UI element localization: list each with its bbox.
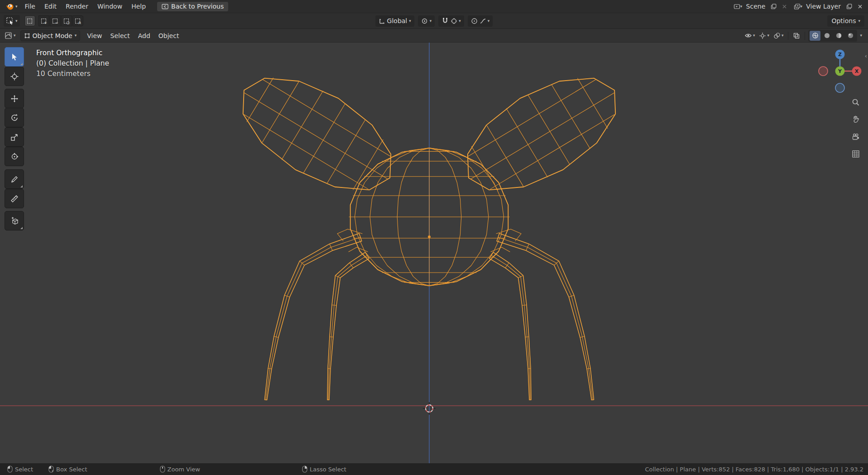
duplicate-icon (771, 4, 777, 10)
tool-rotate-button[interactable] (5, 108, 24, 127)
select-set-icon (27, 19, 32, 24)
menu-file[interactable]: File (20, 0, 40, 13)
rotate-icon (10, 113, 19, 122)
shading-rendered-button[interactable] (845, 31, 856, 41)
shading-options-dropdown[interactable]: ▾ (858, 30, 863, 41)
toggle-orthographic-button[interactable] (849, 148, 862, 160)
tool-add-cube-button[interactable] (5, 211, 24, 230)
show-overlays-dropdown[interactable]: ▾ (772, 30, 785, 41)
menu-help[interactable]: Help (127, 0, 150, 13)
grid-icon (852, 150, 860, 158)
tool-transform-button[interactable] (5, 147, 24, 166)
browse-view-layer-button[interactable]: ▾ (793, 2, 802, 11)
proportional-edit-toggle[interactable] (471, 18, 478, 24)
3d-viewport-region: ▾ Object Mode ▾ View Select Add Object ▾ (0, 29, 868, 463)
snap-toggle-button[interactable] (441, 17, 449, 24)
blender-app-menu-button[interactable]: ▾ (3, 0, 20, 13)
tool-scale-button[interactable] (5, 127, 24, 147)
tool-submenu-indicator (20, 227, 23, 229)
mouse-left-drag-icon (48, 465, 54, 473)
camera-view-button[interactable] (849, 130, 862, 143)
chevron-down-icon: ▾ (488, 19, 490, 23)
select-cursor-icon (10, 53, 19, 62)
mode-dropdown[interactable]: Object Mode ▾ (20, 30, 81, 41)
gizmo-icon (759, 32, 766, 39)
solid-shading-icon (824, 32, 830, 39)
options-dropdown[interactable]: Options ▾ (827, 15, 864, 27)
tool-measure-button[interactable] (5, 189, 24, 208)
tool-move-button[interactable] (5, 89, 24, 108)
tool-settings-bar: ▾ + − ○ ∩ Global ▾ ▾ (0, 13, 868, 29)
snap-controls: ▾ (438, 15, 464, 27)
navigation-gizmo[interactable]: Z X Y (817, 48, 863, 94)
tool-submenu-indicator (20, 63, 23, 65)
menu-view[interactable]: View (83, 29, 106, 42)
pan-view-button[interactable] (849, 113, 862, 125)
menu-add[interactable]: Add (134, 29, 154, 42)
orientation-label: Global (387, 17, 408, 24)
transform-orientation-dropdown[interactable]: Global ▾ (375, 15, 414, 27)
pivot-point-icon (421, 18, 428, 24)
keymap-hint-box-select: Box Select (48, 465, 87, 473)
new-scene-button[interactable] (769, 2, 778, 11)
snap-settings-dropdown[interactable]: ▾ (451, 18, 461, 24)
select-mode-group: + − ○ ∩ (24, 15, 83, 26)
menu-window[interactable]: Window (93, 0, 127, 13)
menu-select[interactable]: Select (106, 29, 134, 42)
delete-scene-button[interactable] (780, 2, 789, 11)
select-mode-subtract-button[interactable]: − (50, 15, 61, 26)
rendered-shading-icon (847, 32, 854, 39)
zoom-view-button[interactable] (849, 96, 862, 108)
browse-scene-button[interactable]: ▾ (734, 2, 743, 11)
measure-icon (10, 194, 19, 203)
scene-name-field[interactable]: Scene (744, 3, 767, 10)
tool-annotate-button[interactable] (5, 169, 24, 189)
close-icon (858, 4, 863, 9)
tool-select-box-button[interactable] (5, 47, 24, 67)
show-gizmo-dropdown[interactable]: ▾ (758, 30, 771, 41)
select-mode-set-button[interactable] (24, 15, 35, 26)
tool-cursor-button[interactable] (5, 67, 24, 86)
chevron-down-icon: ▾ (767, 34, 769, 38)
remove-view-layer-button[interactable] (855, 2, 864, 11)
view-layer-name-field[interactable]: View Layer (804, 3, 843, 10)
select-mode-extend-button[interactable]: + (38, 15, 49, 26)
pivot-point-dropdown[interactable]: ▾ (418, 15, 435, 27)
viewport-header-right: ▾ ▾ ▾ (743, 30, 865, 42)
menu-render[interactable]: Render (61, 0, 93, 13)
menu-object[interactable]: Object (154, 29, 183, 42)
gizmo-x-negative-ball[interactable] (819, 67, 828, 76)
select-intersect-icon: ∩ (75, 19, 80, 24)
transform-icon (10, 152, 19, 161)
editor-type-dropdown[interactable]: ▾ (3, 30, 18, 41)
3d-cursor-icon (10, 72, 19, 81)
chevron-down-icon: ▾ (459, 19, 461, 23)
gizmo-z-negative-ball[interactable] (835, 83, 844, 92)
chevron-down-icon: ▾ (15, 19, 18, 23)
shading-wireframe-button[interactable] (810, 31, 820, 41)
back-to-previous-button[interactable]: Back to Previous (157, 1, 229, 12)
shading-material-button[interactable] (833, 31, 844, 41)
gizmo-z-label: Z (838, 52, 842, 58)
camera-icon (852, 133, 860, 141)
shading-solid-button[interactable] (821, 31, 832, 41)
select-extend-icon: + (41, 19, 46, 24)
object-visibility-dropdown[interactable]: ▾ (743, 30, 757, 41)
status-bar: Select Box Select Zoom View Lasso Select… (0, 463, 868, 475)
hint-label: Lasso Select (310, 466, 346, 473)
scene-statistics-text: Collection | Plane | Verts:852 | Faces:8… (645, 466, 863, 473)
view-layer-icon (794, 3, 801, 10)
options-label: Options (831, 17, 856, 24)
add-view-layer-button[interactable] (844, 2, 854, 11)
gizmo-x-label: X (855, 68, 859, 74)
proportional-falloff-dropdown[interactable]: ▾ (480, 18, 490, 24)
3d-viewport-canvas[interactable] (0, 29, 868, 463)
toggle-xray-button[interactable] (791, 30, 801, 41)
active-tool-dropdown[interactable]: ▾ (4, 15, 20, 27)
menu-edit[interactable]: Edit (40, 0, 61, 13)
select-mode-invert-button[interactable]: ○ (61, 15, 72, 26)
hint-label: Select (15, 466, 33, 473)
sidebar-toggle-arrow[interactable]: ‹ (864, 52, 868, 60)
eye-icon (744, 32, 752, 39)
select-mode-intersect-button[interactable]: ∩ (72, 15, 83, 26)
